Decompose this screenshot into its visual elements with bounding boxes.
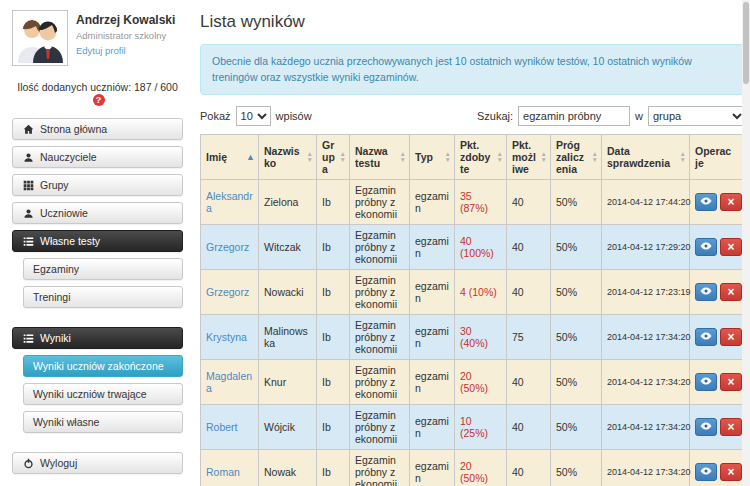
user-role: Administrator szkolny: [76, 30, 175, 41]
x-icon: ×: [727, 376, 734, 388]
sidebar-item-strona-główna[interactable]: Strona główna: [12, 118, 183, 140]
sidebar-item-wyniki-uczniów-zakończone[interactable]: Wyniki uczniów zakończone: [23, 355, 183, 377]
cell-operations: ×: [690, 224, 746, 269]
view-result-button[interactable]: [695, 463, 717, 481]
column-header-label: Próg zaliczenia: [556, 139, 584, 175]
delete-result-button[interactable]: ×: [720, 418, 742, 436]
column-header-pkt-możliwe[interactable]: Pkt. możliwe▲▼: [507, 134, 551, 179]
page-size-select[interactable]: 10: [236, 106, 271, 126]
cell-type: egzamin: [410, 269, 455, 314]
cell-checked-date: 2014-04-12 17:23:19: [602, 269, 690, 314]
column-header-label: Pkt. zdobyte: [460, 139, 490, 175]
delete-result-button[interactable]: ×: [720, 238, 742, 256]
view-result-button[interactable]: [695, 283, 717, 301]
column-header-label: Nazwisko: [264, 145, 300, 169]
sidebar-item-egzaminy[interactable]: Egzaminy: [23, 258, 183, 280]
cell-points-max: 40: [507, 179, 551, 224]
sidebar-item-wyniki[interactable]: Wyniki: [12, 327, 183, 349]
eye-icon: [700, 195, 712, 209]
avatar-illustration: [15, 13, 65, 63]
search-control: Szukaj: w grupa: [477, 106, 746, 126]
search-filter-select[interactable]: grupa: [648, 106, 746, 126]
sidebar-item-treningi[interactable]: Treningi: [23, 286, 183, 308]
sidebar-item-własne-testy[interactable]: Własne testy: [12, 230, 183, 252]
sidebar-item-grupy[interactable]: Grupy: [12, 174, 183, 196]
cell-group: Ib: [317, 179, 350, 224]
sidebar-item-uczniowie[interactable]: Uczniowie: [12, 202, 183, 224]
scrollbar[interactable]: [742, 0, 750, 486]
sidebar-item-label: Wyniki własne: [33, 416, 99, 428]
cell-threshold: 50%: [551, 224, 602, 269]
sort-icon: ▲▼: [400, 151, 406, 163]
cell-points-max: 40: [507, 224, 551, 269]
list-icon: [22, 333, 34, 344]
cell-type: egzamin: [410, 314, 455, 359]
sort-icon: ▲▼: [592, 151, 598, 163]
column-header-nazwa-testu[interactable]: Nazwa testu▲▼: [350, 134, 410, 179]
column-header-typ[interactable]: Typ▲▼: [410, 134, 455, 179]
column-header-pkt-zdobyte[interactable]: Pkt. zdobyte▲▼: [455, 134, 507, 179]
sidebar-item-wyniki-własne[interactable]: Wyniki własne: [23, 411, 183, 433]
column-header-nazwisko[interactable]: Nazwisko▲▼: [259, 134, 317, 179]
cell-first-name[interactable]: Grzegorz: [201, 224, 259, 269]
column-header-data-sprawdzenia[interactable]: Data sprawdzenia▲▼: [602, 134, 690, 179]
table-header-row: Imię▲Nazwisko▲▼Grupa▲▼Nazwa testu▲▼Typ▲▼…: [201, 134, 746, 179]
sort-icon: ▲▼: [497, 151, 503, 163]
cell-last-name: Nowacki: [259, 269, 317, 314]
edit-profile-link[interactable]: Edytuj profil: [76, 45, 175, 56]
search-input[interactable]: [518, 106, 630, 126]
help-icon[interactable]: ?: [93, 94, 105, 106]
delete-result-button[interactable]: ×: [720, 328, 742, 346]
home-icon: [22, 124, 34, 135]
column-header-próg-zaliczenia[interactable]: Próg zaliczenia▲▼: [551, 134, 602, 179]
delete-result-button[interactable]: ×: [720, 463, 742, 481]
sort-icon: ▲▼: [307, 151, 313, 163]
cell-first-name[interactable]: Robert: [201, 404, 259, 449]
cell-test-name: Egzamin próbny z ekonomii: [350, 269, 410, 314]
cell-group: Ib: [317, 224, 350, 269]
cell-first-name[interactable]: Grzegorz: [201, 269, 259, 314]
view-result-button[interactable]: [695, 373, 717, 391]
view-result-button[interactable]: [695, 418, 717, 436]
sidebar-item-label: Wyniki: [40, 332, 71, 344]
sidebar-item-label: Własne testy: [40, 235, 100, 247]
cell-group: Ib: [317, 269, 350, 314]
cell-points-scored: 40 (100%): [455, 224, 507, 269]
scrollbar-thumb[interactable]: [743, 2, 749, 84]
cell-threshold: 50%: [551, 449, 602, 486]
sidebar-item-label: Strona główna: [40, 123, 107, 135]
cell-first-name[interactable]: Krystyna: [201, 314, 259, 359]
avatar: [12, 10, 68, 66]
column-header-imię[interactable]: Imię▲: [201, 134, 259, 179]
cell-first-name[interactable]: Roman: [201, 449, 259, 486]
x-icon: ×: [727, 331, 734, 343]
entries-label: wpisów: [276, 110, 312, 122]
cell-points-scored: 10 (25%): [455, 404, 507, 449]
delete-result-button[interactable]: ×: [720, 283, 742, 301]
column-header-label: Typ: [415, 151, 433, 163]
delete-result-button[interactable]: ×: [720, 373, 742, 391]
cell-first-name[interactable]: Aleksandra: [201, 179, 259, 224]
cell-test-name: Egzamin próbny z ekonomii: [350, 404, 410, 449]
view-result-button[interactable]: [695, 193, 717, 211]
grid-icon: [22, 180, 34, 191]
delete-result-button[interactable]: ×: [720, 193, 742, 211]
sidebar-item-wyloguj[interactable]: Wyloguj: [12, 452, 183, 474]
sidebar-item-label: Nauczyciele: [40, 151, 97, 163]
column-header-grupa[interactable]: Grupa▲▼: [317, 134, 350, 179]
view-result-button[interactable]: [695, 328, 717, 346]
cell-test-name: Egzamin próbny z ekonomii: [350, 314, 410, 359]
cell-type: egzamin: [410, 179, 455, 224]
column-header-label: Operacje: [695, 145, 731, 169]
cell-first-name[interactable]: Magdalena: [201, 359, 259, 404]
sidebar-item-wyniki-uczniów-trwające[interactable]: Wyniki uczniów trwające: [23, 383, 183, 405]
sidebar-item-nauczyciele[interactable]: Nauczyciele: [12, 146, 183, 168]
cell-group: Ib: [317, 404, 350, 449]
cell-last-name: Witczak: [259, 224, 317, 269]
page-title: Lista wyników: [200, 12, 746, 32]
table-row: GrzegorzNowackiIbEgzamin próbny z ekonom…: [201, 269, 746, 314]
cell-checked-date: 2014-04-12 17:44:20: [602, 179, 690, 224]
power-icon: [22, 458, 34, 469]
table-row: RobertWójcikIbEgzamin próbny z ekonomiie…: [201, 404, 746, 449]
view-result-button[interactable]: [695, 238, 717, 256]
